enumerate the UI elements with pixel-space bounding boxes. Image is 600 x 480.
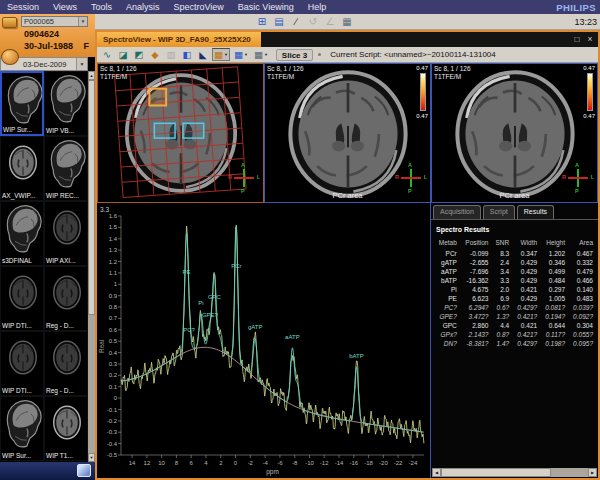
svg-text:0.3: 0.3 (109, 361, 118, 367)
menu-help[interactable]: Help (301, 0, 334, 14)
thumbnail-9[interactable]: WIP DTI... (0, 331, 44, 396)
table-grid-icon[interactable]: ▦▼ (252, 48, 270, 61)
thumbnail-1[interactable]: WIP Sur... (0, 71, 44, 136)
thumbnail-2[interactable]: WIP VB... (44, 71, 88, 136)
cell-metab: GPC (433, 321, 459, 330)
menu-session[interactable]: Session (0, 0, 46, 14)
tab-script[interactable]: Script (483, 205, 515, 219)
sequence-label: T1TFE/M (434, 73, 471, 81)
scroll-right-icon[interactable]: ▶ (588, 468, 597, 477)
scrollbar-thumb[interactable] (88, 80, 95, 315)
chevron-down-icon[interactable]: ▼ (244, 52, 248, 57)
patient-number: 0904624 (24, 29, 59, 39)
cell-width: 0.421 (511, 321, 539, 330)
probe-icon[interactable]: ∕ (289, 15, 303, 28)
svg-text:-10: -10 (305, 460, 314, 466)
spectrum-plot-svg[interactable]: 3.3Real1.61.51.41.31.21.110.90.80.70.60.… (97, 203, 430, 478)
results-panel: AcquisitionScriptResults Spectro Results… (430, 203, 598, 478)
orientation-anterior: A (575, 162, 579, 168)
chevron-down-icon[interactable]: ▼ (78, 17, 87, 26)
cell-position: -2.655 (459, 258, 491, 267)
reference-voxel-box-right[interactable] (183, 123, 204, 138)
clock: 13:23 (574, 17, 600, 27)
axial-brain-thumbnail (1, 137, 44, 190)
rotate-icon: ↺ (306, 15, 320, 28)
thumbnail-8[interactable]: Reg - D... (44, 266, 88, 331)
chevron-down-icon[interactable]: ▼ (76, 58, 87, 70)
column-header: Position (459, 238, 491, 249)
scroll-down-icon[interactable]: ▼ (88, 453, 95, 462)
tab-acquisition[interactable]: Acquisition (433, 205, 481, 219)
viewport-row: Sc 8, 1 / 126T1TFE/MAPRLSc 8, 1 / 126T1T… (97, 63, 598, 203)
table-row: Pi4.6752.00.4210.2970.140 (433, 285, 595, 294)
selected-voxel-box[interactable] (149, 89, 166, 106)
viewport-1[interactable]: Sc 8, 1 / 126T1TFE/MAPRL (97, 63, 264, 203)
thumbnail-7[interactable]: WIP DTI... (0, 266, 44, 331)
reference-voxel-box-left[interactable] (154, 123, 175, 138)
restore-icon[interactable]: □ (572, 34, 582, 45)
thumbnail-scrollbar[interactable]: ▲ ▼ (88, 71, 95, 462)
layout-grid-icon[interactable]: ⊞ (255, 15, 269, 28)
slice-selector-button[interactable]: Slice 3 (276, 49, 313, 61)
cell-area: 0.467 (567, 249, 595, 258)
colorbar-min-value: 0.47 (583, 113, 595, 119)
viewport-annotation: Sc 8, 1 / 126T1TFE/M (100, 65, 137, 80)
cell-height: 0.297 (539, 285, 567, 294)
chevron-down-icon[interactable]: ▼ (264, 52, 268, 57)
thumbnail-4[interactable]: WIP REC... (44, 136, 88, 201)
menu-spectroview[interactable]: SpectroView (166, 0, 230, 14)
thumbnail-10[interactable]: Reg - D... (44, 331, 88, 396)
voxel-grid-icon[interactable]: ▦▼ (212, 48, 230, 61)
spectrum-edit-icon[interactable]: ◩ (132, 48, 146, 61)
viewport-2[interactable]: Sc 8, 1 / 126T1TFE/M0.470.47PCr areaAPRL (264, 63, 431, 203)
spectrum-panel[interactable]: 3.3Real1.61.51.41.31.21.110.90.80.70.60.… (97, 203, 430, 478)
y-axis-title: Real (98, 339, 105, 353)
menu-tools[interactable]: Tools (84, 0, 119, 14)
spectrum-export-icon[interactable]: ◆ (148, 48, 162, 61)
menu-views[interactable]: Views (46, 0, 84, 14)
window-title-bar[interactable]: SpectroView - WIP 3D_FA90_25X25X20 □ × (97, 32, 598, 47)
printer-icon[interactable]: ▦ (340, 15, 354, 28)
svg-text:12: 12 (144, 460, 151, 466)
close-icon[interactable]: × (585, 34, 595, 45)
patient-id-combobox[interactable]: P000065 ▼ (21, 16, 88, 27)
menu-analysis[interactable]: Analysis (119, 0, 167, 14)
svg-text:-0.4: -0.4 (107, 441, 118, 447)
spectrum-save-icon[interactable]: ◪ (116, 48, 130, 61)
cell-area: 0.466 (567, 276, 595, 285)
scroll-left-icon[interactable]: ◀ (432, 468, 441, 477)
menu-basic-viewing[interactable]: Basic Viewing (231, 0, 301, 14)
mi-grid-icon[interactable]: ▦▼ (232, 48, 250, 61)
scroll-up-icon[interactable]: ▲ (88, 71, 95, 80)
viewport-3[interactable]: Sc 8, 1 / 126T1TFE/M0.470.47PCr areaAPRL (431, 63, 598, 203)
cell-position: 2.860 (459, 321, 491, 330)
orientation-left: L (591, 174, 594, 180)
scrollbar-thumb[interactable] (441, 468, 551, 477)
thumbnail-6[interactable]: WIP AXI... (44, 201, 88, 266)
cell-metab: Pi (433, 285, 459, 294)
scan-label: Sc 8, 1 / 126 (267, 65, 304, 73)
map-area-label: PCr area (265, 191, 430, 200)
thumbnail-3[interactable]: AX_VWIP... (0, 136, 44, 201)
svg-text:-16: -16 (349, 460, 358, 466)
orientation-anterior: A (241, 162, 245, 168)
cell-snr: 8.3 (490, 249, 511, 258)
spectrum-chart-icon[interactable]: ∿ (100, 48, 114, 61)
colorbar-max-value: 0.47 (583, 65, 595, 71)
series-thumbnail-list: WIP Sur...WIP VB...AX_VWIP...WIP REC...s… (0, 71, 88, 462)
chevron-down-icon[interactable]: ▼ (224, 52, 228, 57)
folder-icon[interactable]: ▤ (272, 15, 286, 28)
patient-record-icon[interactable] (1, 49, 19, 65)
thumbnail-11[interactable]: WIP Sur... (0, 396, 44, 461)
results-horizontal-scrollbar[interactable]: ◀ ▶ (432, 468, 597, 477)
training-icon[interactable]: ◣ (196, 48, 210, 61)
thumbnail-5[interactable]: s3DFINAL (0, 201, 44, 266)
tab-results[interactable]: Results (517, 205, 554, 219)
thumbnail-12[interactable]: WIP T1... (44, 396, 88, 461)
patient-folder-icon[interactable] (2, 17, 17, 28)
peak-label: Pi (198, 300, 203, 306)
colorbar-min-value: 0.47 (416, 113, 428, 119)
remote-desktop-icon[interactable] (77, 464, 91, 477)
spectroview-toolbar: ∿◪◩◆▥◧◣▦▼▦▼▦▼ Slice 3 Current Script: <u… (97, 47, 598, 63)
image-settings-icon[interactable]: ◧ (180, 48, 194, 61)
